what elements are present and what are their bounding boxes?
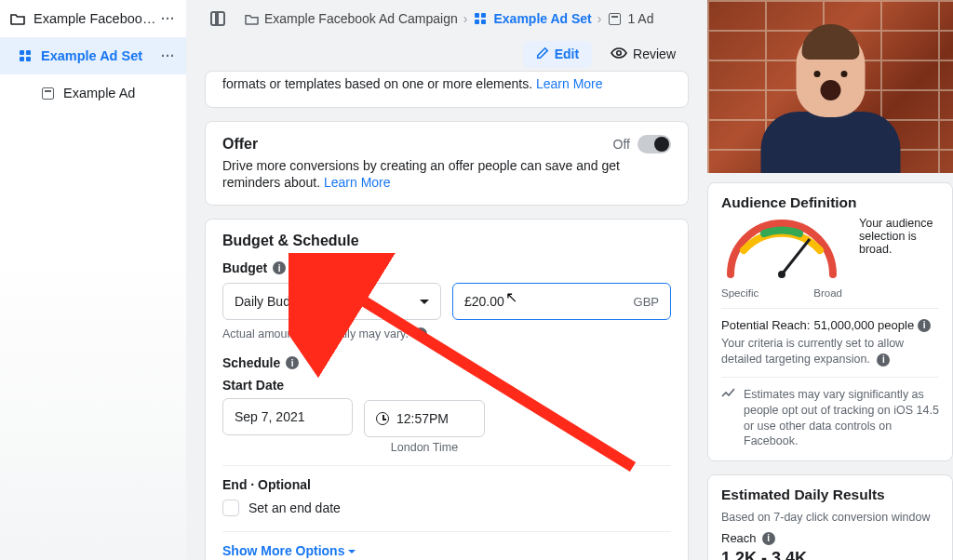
end-date-checkbox[interactable] [222, 500, 239, 516]
timezone-label: London Time [364, 441, 485, 454]
chevron-down-icon [348, 550, 356, 557]
grid-icon [473, 11, 488, 26]
info-icon[interactable]: i [286, 356, 299, 369]
end-date-checkbox-label: Set an end date [248, 500, 341, 515]
svg-point-2 [778, 271, 785, 278]
ad-icon [39, 85, 56, 101]
start-time-input[interactable]: 12:57PM [364, 400, 485, 437]
panel-icon[interactable] [210, 11, 225, 26]
dynamic-creative-text: formats or templates based on one or mor… [222, 76, 532, 91]
folder-icon [244, 11, 259, 26]
gauge-specific-label: Specific [721, 287, 758, 299]
crumb-ad[interactable]: 1 Ad [607, 11, 653, 26]
edit-button[interactable]: Edit [523, 41, 592, 68]
est-daily-sub: Based on 7-day click conversion window [721, 511, 939, 524]
pencil-icon [536, 47, 549, 62]
info-icon[interactable]: i [877, 353, 890, 367]
chevron-down-icon [420, 300, 429, 309]
presenter-webcam [707, 0, 953, 173]
grid-icon [17, 47, 34, 64]
budget-type-value: Daily Budget [235, 294, 308, 309]
budget-label: Budget [222, 260, 267, 275]
audience-gauge [721, 219, 842, 282]
chevron-right-icon: › [463, 11, 468, 26]
svg-point-0 [617, 51, 621, 55]
reach-value: 1.2K - 3.4K [721, 549, 939, 560]
offer-toggle[interactable] [638, 135, 671, 153]
offer-toggle-label: Off [613, 137, 630, 152]
learn-more-link[interactable]: Learn More [324, 175, 391, 190]
show-more-options-link[interactable]: Show More Options [222, 543, 356, 558]
sidebar-item-label: Example Ad [63, 86, 179, 100]
budget-schedule-title: Budget & Schedule [222, 233, 671, 249]
potential-reach-value: 51,000,000 people [813, 318, 914, 332]
edit-label: Edit [555, 47, 579, 61]
info-icon[interactable]: i [918, 319, 931, 332]
info-icon[interactable]: i [762, 532, 775, 545]
sidebar-item-ad[interactable]: Example Ad [0, 74, 186, 112]
info-icon[interactable]: i [414, 327, 427, 340]
edit-review-bar: Edit Review [195, 37, 698, 71]
ad-icon [607, 11, 622, 26]
sidebar-item-campaign[interactable]: Example Facebook A... ··· [0, 0, 186, 37]
show-more-label: Show More Options [222, 543, 344, 558]
folder-icon [9, 10, 26, 27]
reach-label: Reach [721, 531, 757, 545]
clock-icon [376, 412, 389, 425]
sidebar-item-adset[interactable]: Example Ad Set ··· [0, 37, 186, 74]
potential-reach-label: Potential Reach: [721, 318, 810, 332]
budget-amount-value: £20.00 [464, 294, 504, 309]
budget-currency: GBP [634, 295, 659, 309]
left-sidebar: Example Facebook A... ··· Example Ad Set… [0, 0, 186, 560]
offer-description: Drive more conversions by creating an of… [222, 158, 620, 191]
schedule-label: Schedule [222, 355, 280, 370]
end-optional: · Optional [247, 477, 310, 492]
budget-hint: Actual amount spent daily may vary. [222, 327, 409, 340]
audience-side-note: Your audience selection is broad. [859, 217, 948, 256]
start-date-input[interactable]: Sep 7, 2021 [222, 398, 353, 435]
info-icon[interactable]: i [273, 261, 286, 274]
budget-schedule-card: Budget & Schedule Budget i Daily Budget … [205, 219, 689, 560]
crumb-adset[interactable]: Example Ad Set [473, 11, 591, 26]
audience-definition-card: Audience Definition Specific Broad Your … [707, 182, 953, 461]
offer-card: Offer Off Drive more conversions by crea… [205, 121, 689, 207]
gauge-broad-label: Broad [813, 287, 842, 299]
budget-amount-input[interactable]: £20.00 GBP [452, 283, 671, 320]
breadcrumb: Example Facebook Ad Campaign › Example A… [195, 0, 698, 37]
dynamic-creative-card: formats or templates based on one or mor… [205, 71, 689, 108]
estimated-daily-results-card: Estimated Daily Results Based on 7-day c… [707, 474, 953, 560]
end-label: End [222, 477, 247, 492]
more-icon[interactable]: ··· [157, 47, 179, 65]
offer-title: Offer [222, 136, 258, 153]
start-time-value: 12:57PM [396, 411, 449, 426]
right-column: Audience Definition Specific Broad Your … [707, 0, 953, 560]
chevron-right-icon: › [597, 11, 602, 26]
crumb-label: Example Facebook Ad Campaign [264, 11, 458, 26]
crumb-label: Example Ad Set [493, 11, 591, 26]
crumb-campaign[interactable]: Example Facebook Ad Campaign [244, 11, 458, 26]
learn-more-link[interactable]: Learn More [536, 76, 603, 91]
est-daily-title: Estimated Daily Results [721, 487, 939, 503]
review-label: Review [633, 47, 676, 61]
estimates-note: Estimates may vary significantly as peop… [744, 387, 939, 450]
sidebar-item-label: Example Facebook A... [34, 11, 157, 26]
budget-type-select[interactable]: Daily Budget [222, 283, 441, 320]
more-icon[interactable]: ··· [157, 9, 179, 28]
trend-icon [721, 387, 736, 401]
start-date-label: Start Date [222, 378, 284, 393]
svg-line-1 [782, 239, 810, 274]
sidebar-item-label: Example Ad Set [41, 48, 157, 63]
start-date-value: Sep 7, 2021 [235, 409, 305, 424]
crumb-label: 1 Ad [627, 11, 653, 26]
eye-icon [611, 47, 627, 61]
review-button[interactable]: Review [611, 47, 676, 61]
audience-definition-title: Audience Definition [721, 194, 939, 211]
main-column: Example Facebook Ad Campaign › Example A… [195, 0, 698, 560]
